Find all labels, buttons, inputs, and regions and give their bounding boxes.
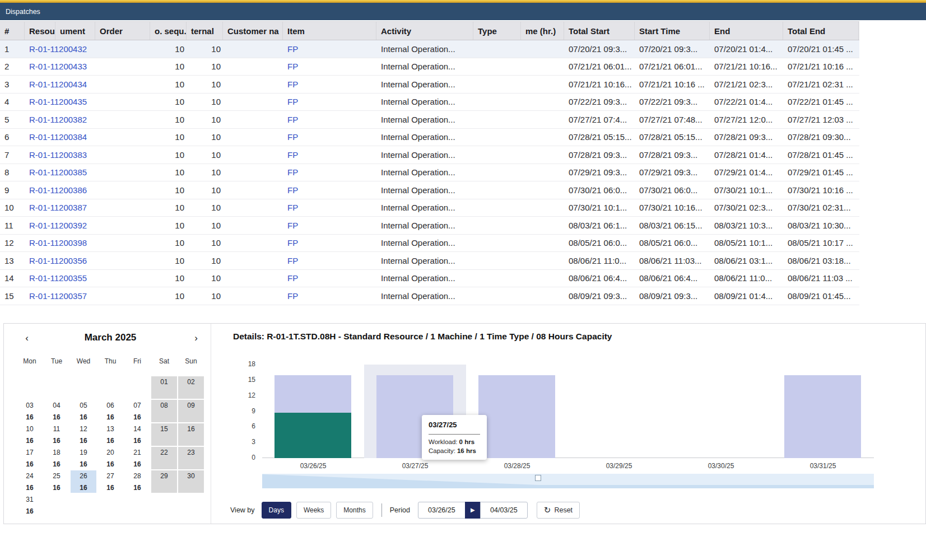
resource-link[interactable]: R-01-11200356 [29, 256, 87, 265]
item-link[interactable]: FP [287, 150, 298, 160]
item-link[interactable]: FP [287, 62, 298, 71]
table-row[interactable]: 3R-01-112004341010FPInternal Operation..… [0, 76, 859, 94]
calendar-day[interactable]: 2616 [71, 470, 96, 493]
calendar-day[interactable]: 2116 [124, 447, 150, 469]
column-header-time-hr[interactable]: me (hr.) [521, 22, 564, 40]
table-row[interactable]: 5R-01-112003821010FPInternal Operation..… [0, 111, 859, 129]
resource-link[interactable]: R-01-11200392 [29, 221, 87, 230]
table-row[interactable]: 12R-01-112003981010FPInternal Operation.… [0, 235, 859, 253]
item-link[interactable]: FP [287, 203, 298, 212]
column-header-order[interactable]: Order [95, 22, 150, 40]
view-by-months-button[interactable]: Months [336, 502, 373, 519]
resource-link[interactable]: R-01-11200382 [29, 115, 87, 124]
table-row[interactable]: 2R-01-112004331010FPInternal Operation..… [0, 58, 859, 76]
item-link[interactable]: FP [287, 115, 298, 124]
resource-link[interactable]: R-01-11200435 [29, 97, 87, 106]
table-row[interactable]: 14R-01-112003551010FPInternal Operation.… [0, 270, 859, 288]
resource-link[interactable]: R-01-11200386 [29, 185, 87, 195]
calendar-day[interactable]: 1216 [71, 423, 96, 446]
item-link[interactable]: FP [287, 221, 298, 230]
period-end-input[interactable]: 04/03/25 [480, 502, 528, 519]
resource-link[interactable]: R-01-11200398 [29, 238, 87, 248]
chart-column[interactable]: 03/30/25 [670, 365, 772, 458]
calendar-day[interactable]: 1916 [71, 447, 96, 469]
table-row[interactable]: 7R-01-112003831010FPInternal Operation..… [0, 146, 859, 164]
calendar-day[interactable]: 29 [151, 470, 177, 493]
column-header-resource[interactable]: Resour [25, 22, 55, 40]
table-row[interactable]: 10R-01-112003871010FPInternal Operation.… [0, 199, 859, 217]
column-header-op-sequence[interactable]: o. sequ. [150, 22, 187, 40]
calendar-day[interactable]: 2716 [97, 470, 123, 493]
resource-link[interactable]: R-01-11200383 [29, 150, 87, 160]
calendar-day[interactable]: 16 [178, 423, 204, 446]
calendar-day[interactable]: 0416 [44, 400, 69, 422]
calendar-day[interactable]: 2416 [17, 470, 43, 493]
column-header-end[interactable]: End [710, 22, 783, 40]
resource-link[interactable]: R-01-11200357 [29, 291, 87, 301]
calendar-day[interactable]: 1116 [44, 423, 69, 446]
table-row[interactable]: 15R-01-112003571010FPInternal Operation.… [0, 287, 859, 305]
item-link[interactable]: FP [287, 44, 298, 54]
calendar-day[interactable]: 09 [178, 400, 204, 422]
calendar-day[interactable]: 15 [151, 423, 177, 446]
period-start-input[interactable]: 03/26/25 [418, 502, 466, 519]
view-by-days-button[interactable]: Days [262, 502, 291, 519]
column-header-document[interactable]: ument [55, 22, 95, 40]
calendar-day[interactable]: 2516 [44, 470, 69, 493]
item-link[interactable]: FP [287, 291, 298, 301]
item-link[interactable]: FP [287, 273, 298, 283]
table-row[interactable]: 1R-01-112004321010FPInternal Operation..… [0, 40, 859, 58]
period-advance-button[interactable]: ▶ [465, 502, 481, 519]
calendar-day[interactable]: 30 [178, 470, 204, 493]
item-link[interactable]: FP [287, 256, 298, 265]
item-link[interactable]: FP [287, 132, 298, 142]
calendar-day[interactable]: 1416 [124, 423, 150, 446]
calendar-day[interactable]: 0716 [124, 400, 150, 422]
calendar-day[interactable]: 08 [151, 400, 177, 422]
item-link[interactable]: FP [287, 97, 298, 106]
calendar-day[interactable]: 0516 [71, 400, 96, 422]
calendar-day[interactable]: 1316 [97, 423, 123, 446]
chart-column[interactable]: 03/31/25 [772, 365, 874, 458]
calendar-day[interactable]: 23 [178, 447, 204, 469]
resource-link[interactable]: R-01-11200385 [29, 167, 87, 177]
item-link[interactable]: FP [287, 80, 298, 89]
reset-button[interactable]: ↻ Reset [537, 502, 580, 519]
table-row[interactable]: 8R-01-112003851010FPInternal Operation..… [0, 164, 859, 182]
calendar-day[interactable]: 22 [151, 447, 177, 469]
calendar-day[interactable]: 0616 [97, 400, 123, 422]
resource-link[interactable]: R-01-11200432 [29, 44, 87, 54]
view-by-weeks-button[interactable]: Weeks [296, 502, 331, 519]
column-header-customer-name[interactable]: Customer na [223, 22, 283, 40]
column-header-total-start[interactable]: Total Start [564, 22, 635, 40]
column-header-total-end[interactable]: Total End [783, 22, 859, 40]
table-row[interactable]: 6R-01-112003841010FPInternal Operation..… [0, 129, 859, 147]
calendar-day[interactable]: 0316 [17, 400, 43, 422]
calendar-day[interactable]: 1816 [44, 447, 69, 469]
calendar-next-button[interactable]: › [191, 333, 201, 344]
resource-link[interactable]: R-01-11200433 [29, 62, 87, 71]
column-header-internal[interactable]: ternal [187, 22, 223, 40]
table-row[interactable]: 11R-01-112003921010FPInternal Operation.… [0, 217, 859, 235]
table-row[interactable]: 9R-01-112003861010FPInternal Operation..… [0, 181, 859, 199]
table-row[interactable]: 4R-01-112004351010FPInternal Operation..… [0, 94, 859, 111]
item-link[interactable]: FP [287, 167, 298, 177]
resource-link[interactable]: R-01-11200355 [29, 273, 87, 283]
column-header-start-time[interactable]: Start Time [635, 22, 710, 40]
resource-link[interactable]: R-01-11200384 [29, 132, 87, 142]
chart-range-scrollbar[interactable] [262, 474, 874, 488]
resource-link[interactable]: R-01-11200434 [29, 80, 87, 89]
item-link[interactable]: FP [287, 238, 298, 248]
calendar-day[interactable]: 2816 [124, 470, 150, 493]
column-header-activity[interactable]: Activity [376, 22, 473, 40]
chart-column[interactable]: 03/26/25 [262, 365, 364, 458]
calendar-day[interactable]: 02 [178, 376, 204, 399]
calendar-day[interactable]: 3116 [17, 494, 43, 516]
item-link[interactable]: FP [287, 185, 298, 195]
range-handle[interactable] [535, 475, 541, 481]
calendar-day[interactable]: 1716 [17, 447, 43, 469]
column-header-number[interactable]: # [0, 22, 25, 40]
resource-link[interactable]: R-01-11200387 [29, 203, 87, 212]
column-header-item[interactable]: Item [283, 22, 376, 40]
calendar-day[interactable]: 1016 [17, 423, 43, 446]
